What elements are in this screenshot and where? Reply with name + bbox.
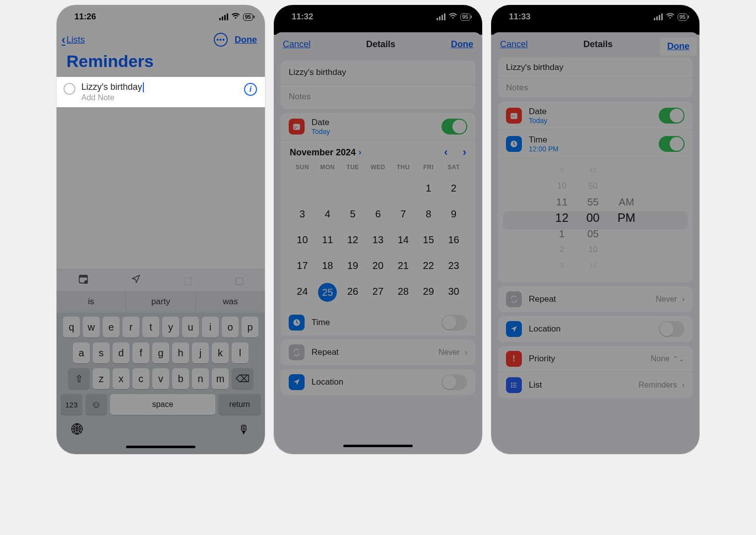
calendar-day[interactable]: 2 bbox=[441, 180, 466, 197]
key-q[interactable]: q bbox=[63, 317, 80, 337]
calendar-day[interactable]: 6 bbox=[366, 205, 391, 222]
emoji-key[interactable]: ☺ bbox=[85, 394, 107, 415]
calendar-day[interactable]: 12 bbox=[340, 231, 366, 248]
calendar[interactable]: November 2024 › ‹ › SUNMONTUEWEDTHUFRISA… bbox=[281, 141, 475, 310]
location-row[interactable]: Location bbox=[281, 369, 475, 395]
wheel-value[interactable]: 2 bbox=[555, 242, 568, 258]
wheel-value[interactable]: 00 bbox=[586, 210, 600, 226]
reminder-title-input[interactable]: Lizzy's birthday bbox=[81, 82, 142, 92]
calendar-day[interactable]: 13 bbox=[366, 231, 391, 248]
back-button[interactable]: ‹ Lists bbox=[62, 33, 85, 47]
key-p[interactable]: p bbox=[242, 317, 258, 337]
key-w[interactable]: w bbox=[83, 317, 100, 337]
tag-toolbar-icon[interactable]: ⬚ bbox=[183, 274, 192, 286]
key-j[interactable]: j bbox=[192, 342, 209, 363]
keyboard[interactable]: qwertyuiop asdfghjkl ⇧ zxcvbnm ⌫ 123 ☺ s… bbox=[57, 313, 265, 454]
wheel-value[interactable] bbox=[618, 226, 635, 242]
list-row[interactable]: List Reminders bbox=[498, 372, 693, 398]
wheel-value[interactable]: 9 bbox=[555, 162, 568, 178]
calendar-day[interactable]: 8 bbox=[416, 205, 441, 222]
key-n[interactable]: n bbox=[192, 368, 209, 389]
calendar-day[interactable]: 29 bbox=[416, 283, 441, 300]
priority-row[interactable]: ! Priority None⌃⌄ bbox=[498, 346, 693, 372]
calendar-day[interactable]: 5 bbox=[340, 205, 366, 222]
cancel-button[interactable]: Cancel bbox=[283, 39, 311, 50]
calendar-day[interactable]: 1 bbox=[416, 180, 441, 197]
calendar-day[interactable]: 28 bbox=[390, 283, 416, 300]
more-button[interactable]: ••• bbox=[214, 33, 228, 47]
wheel-value[interactable]: 10 bbox=[555, 178, 568, 194]
calendar-day[interactable]: 18 bbox=[315, 257, 340, 274]
wheel-value[interactable] bbox=[618, 258, 635, 273]
home-indicator[interactable] bbox=[126, 446, 195, 448]
prediction-1[interactable]: is bbox=[57, 291, 126, 313]
shift-key[interactable]: ⇧ bbox=[68, 368, 90, 389]
calendar-day[interactable]: 22 bbox=[416, 257, 441, 274]
location-toolbar-icon[interactable] bbox=[131, 274, 141, 286]
calendar-day[interactable]: 21 bbox=[390, 257, 416, 274]
wheel-value[interactable]: 1 bbox=[555, 226, 568, 242]
key-f[interactable]: f bbox=[132, 342, 149, 363]
key-a[interactable]: a bbox=[73, 342, 90, 363]
wheel-value[interactable]: 45 bbox=[586, 162, 600, 178]
calendar-day[interactable]: 25 bbox=[318, 283, 337, 302]
wheel-value[interactable] bbox=[618, 178, 635, 194]
hour-wheel[interactable]: 9101112123 bbox=[555, 162, 568, 273]
calendar-day[interactable]: 9 bbox=[441, 205, 466, 222]
calendar-day[interactable]: 11 bbox=[315, 231, 340, 248]
notes-field[interactable]: Notes bbox=[498, 78, 693, 98]
complete-radio[interactable] bbox=[63, 83, 75, 95]
done-button[interactable]: Done bbox=[235, 35, 257, 45]
calendar-day[interactable]: 3 bbox=[290, 205, 315, 222]
repeat-row[interactable]: Repeat Never bbox=[281, 339, 475, 365]
add-note-field[interactable]: Add Note bbox=[81, 93, 238, 102]
calendar-day[interactable]: 24 bbox=[290, 283, 315, 300]
calendar-month-label[interactable]: November 2024 bbox=[290, 147, 356, 158]
done-button[interactable]: Done bbox=[667, 41, 690, 51]
wheel-value[interactable]: 15 bbox=[586, 258, 600, 273]
info-button[interactable]: i bbox=[244, 83, 257, 96]
wheel-value[interactable]: 05 bbox=[586, 226, 600, 242]
wheel-value[interactable] bbox=[618, 242, 635, 258]
return-key[interactable]: return bbox=[218, 394, 261, 415]
backspace-key[interactable]: ⌫ bbox=[232, 368, 253, 389]
prediction-3[interactable]: was bbox=[196, 291, 265, 313]
reminder-item[interactable]: Lizzy's birthday Add Note i bbox=[57, 77, 265, 107]
wheel-value[interactable]: 12 bbox=[555, 210, 568, 226]
key-g[interactable]: g bbox=[152, 342, 169, 363]
prediction-2[interactable]: party bbox=[126, 291, 195, 313]
minute-wheel[interactable]: 45505500051015 bbox=[586, 162, 600, 273]
time-row[interactable]: Time bbox=[281, 310, 475, 335]
calendar-day[interactable]: 15 bbox=[416, 231, 441, 248]
key-u[interactable]: u bbox=[182, 317, 199, 337]
time-picker[interactable]: 9101112123 45505500051015 AMPM bbox=[498, 158, 693, 282]
key-c[interactable]: c bbox=[132, 368, 149, 389]
next-month-button[interactable]: › bbox=[463, 146, 466, 159]
calendar-day[interactable]: 23 bbox=[441, 257, 466, 274]
calendar-day[interactable]: 7 bbox=[390, 205, 416, 222]
calendar-day[interactable]: 4 bbox=[315, 205, 340, 222]
wheel-value[interactable]: 10 bbox=[586, 242, 600, 258]
key-z[interactable]: z bbox=[93, 368, 110, 389]
time-toggle[interactable] bbox=[659, 136, 685, 152]
done-button[interactable]: Done bbox=[451, 39, 473, 50]
calendar-day[interactable]: 17 bbox=[290, 257, 315, 274]
time-toggle[interactable] bbox=[441, 315, 467, 331]
globe-key[interactable]: 🌐︎ bbox=[71, 423, 83, 437]
space-key[interactable]: space bbox=[110, 394, 215, 415]
cancel-button[interactable]: Cancel bbox=[500, 39, 528, 50]
wheel-value[interactable]: 11 bbox=[555, 194, 568, 210]
calendar-day[interactable]: 10 bbox=[290, 231, 315, 248]
date-toggle[interactable] bbox=[659, 108, 685, 124]
key-y[interactable]: y bbox=[162, 317, 179, 337]
wheel-value[interactable] bbox=[618, 162, 635, 178]
wheel-value[interactable]: AM bbox=[618, 194, 635, 210]
calendar-day[interactable]: 30 bbox=[441, 283, 466, 300]
key-v[interactable]: v bbox=[152, 368, 169, 389]
reminder-title-field[interactable]: Lizzy's birthday bbox=[498, 58, 693, 78]
calendar-day[interactable]: 16 bbox=[441, 231, 466, 248]
calendar-day[interactable]: 20 bbox=[366, 257, 391, 274]
numbers-key[interactable]: 123 bbox=[61, 394, 82, 415]
home-indicator[interactable] bbox=[343, 445, 413, 447]
calendar-day[interactable]: 26 bbox=[340, 283, 366, 300]
